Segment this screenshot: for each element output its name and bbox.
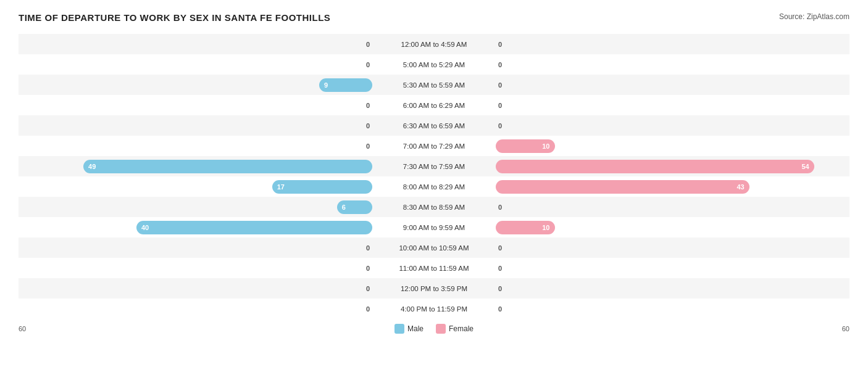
left-half: 0 [19, 34, 372, 54]
bar-male-zero: 0 [366, 122, 370, 130]
row-label: 5:30 AM to 5:59 AM [372, 81, 496, 89]
bar-row: 010:00 AM to 10:59 AM0 [19, 237, 849, 258]
bar-male-label: 17 [277, 183, 285, 191]
bar-male-zero: 0 [366, 244, 370, 252]
bar-female-zero: 0 [498, 244, 502, 252]
bar-row: 178:00 AM to 8:29 AM43 [19, 176, 849, 197]
bar-female: 43 [496, 180, 749, 194]
right-half: 0 [496, 34, 849, 54]
row-label: 12:00 PM to 3:59 PM [372, 285, 496, 292]
bar-male-label: 6 [342, 204, 346, 211]
bar-row: 05:00 AM to 5:29 AM0 [19, 54, 849, 75]
right-half: 0 [496, 95, 849, 115]
legend-box-male [394, 324, 404, 334]
row-label: 11:00 AM to 11:59 AM [372, 265, 496, 272]
left-half: 0 [19, 237, 372, 258]
legend-item-male: Male [394, 324, 424, 334]
row-label: 5:00 AM to 5:29 AM [372, 61, 496, 68]
left-half: 0 [19, 278, 372, 299]
bar-male-label: 49 [88, 163, 96, 170]
bar-male-label: 9 [324, 81, 328, 89]
bar-row: 409:00 AM to 9:59 AM10 [19, 217, 849, 237]
bar-row: 07:00 AM to 7:29 AM10 [19, 136, 849, 156]
right-half: 43 [496, 176, 849, 197]
chart-header: TIME OF DEPARTURE TO WORK BY SEX IN SANT… [19, 12, 849, 23]
row-label: 7:00 AM to 7:29 AM [372, 142, 496, 150]
chart-source: Source: ZipAtlas.com [779, 12, 849, 21]
right-half: 0 [496, 54, 849, 75]
bar-male-zero: 0 [366, 305, 370, 313]
bar-row: 06:30 AM to 6:59 AM0 [19, 115, 849, 136]
row-label: 8:00 AM to 8:29 AM [372, 183, 496, 191]
bar-male: 17 [272, 180, 372, 194]
row-label: 4:00 PM to 11:59 PM [372, 305, 496, 313]
right-half: 10 [496, 136, 849, 156]
right-half: 0 [496, 75, 849, 95]
legend-label-female: Female [449, 324, 474, 333]
bar-male: 9 [319, 78, 372, 92]
left-half: 0 [19, 54, 372, 75]
bar-row: 497:30 AM to 7:59 AM54 [19, 156, 849, 176]
bar-male-zero: 0 [366, 102, 370, 109]
bar-male-zero: 0 [366, 142, 370, 150]
row-label: 8:30 AM to 8:59 AM [372, 204, 496, 211]
legend: Male Female [394, 324, 474, 334]
chart-footer: 60 Male Female 60 [19, 324, 849, 334]
chart-body: 012:00 AM to 4:59 AM005:00 AM to 5:29 AM… [19, 34, 849, 319]
left-half: 0 [19, 95, 372, 115]
row-label: 9:00 AM to 9:59 AM [372, 224, 496, 231]
bar-female-zero: 0 [498, 305, 502, 313]
left-half: 49 [19, 156, 372, 176]
bar-male-zero: 0 [366, 265, 370, 272]
bar-female-zero: 0 [498, 285, 502, 292]
bar-male: 49 [83, 160, 372, 173]
row-label: 12:00 AM to 4:59 AM [372, 41, 496, 48]
bar-female-zero: 0 [498, 265, 502, 272]
legend-item-female: Female [436, 324, 474, 334]
bar-male-zero: 0 [366, 61, 370, 68]
right-half: 0 [496, 258, 849, 278]
left-half: 9 [19, 75, 372, 95]
left-half: 0 [19, 299, 372, 319]
bar-male-zero: 0 [366, 41, 370, 48]
bar-male-zero: 0 [366, 285, 370, 292]
legend-label-male: Male [407, 324, 424, 333]
bar-female: 54 [496, 160, 814, 173]
legend-box-female [436, 324, 446, 334]
bar-female-zero: 0 [498, 61, 502, 68]
left-half: 0 [19, 136, 372, 156]
bar-male: 6 [337, 200, 372, 214]
left-half: 17 [19, 176, 372, 197]
bar-female: 10 [496, 139, 555, 153]
bar-male-label: 40 [141, 224, 149, 231]
chart-container: TIME OF DEPARTURE TO WORK BY SEX IN SANT… [0, 0, 868, 358]
bar-female-label: 54 [801, 163, 809, 170]
bar-female-zero: 0 [498, 102, 502, 109]
bar-female-label: 10 [542, 142, 549, 150]
bar-row: 06:00 AM to 6:29 AM0 [19, 95, 849, 115]
bar-row: 012:00 AM to 4:59 AM0 [19, 34, 849, 54]
right-half: 10 [496, 217, 849, 237]
bar-female-label: 43 [737, 183, 744, 191]
right-half: 0 [496, 237, 849, 258]
right-half: 0 [496, 278, 849, 299]
row-label: 7:30 AM to 7:59 AM [372, 163, 496, 170]
right-half: 0 [496, 299, 849, 319]
left-half: 6 [19, 197, 372, 217]
right-half: 0 [496, 115, 849, 136]
axis-left: 60 [19, 325, 26, 332]
left-half: 40 [19, 217, 372, 237]
bar-male: 40 [136, 221, 372, 234]
axis-right: 60 [842, 325, 849, 332]
bar-row: 011:00 AM to 11:59 AM0 [19, 258, 849, 278]
left-half: 0 [19, 115, 372, 136]
bar-female-zero: 0 [498, 122, 502, 130]
bar-female: 10 [496, 221, 555, 234]
bar-female-zero: 0 [498, 41, 502, 48]
row-label: 6:30 AM to 6:59 AM [372, 122, 496, 130]
bar-row: 012:00 PM to 3:59 PM0 [19, 278, 849, 299]
bar-row: 04:00 PM to 11:59 PM0 [19, 299, 849, 319]
bar-row: 68:30 AM to 8:59 AM0 [19, 197, 849, 217]
bar-female-zero: 0 [498, 81, 502, 89]
bar-female-label: 10 [542, 224, 549, 231]
